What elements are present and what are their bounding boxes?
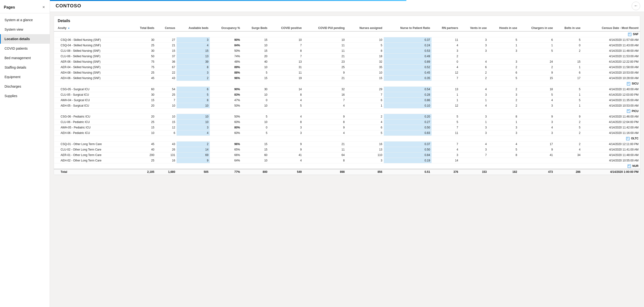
- table-row: CLU-08 - Skilled Nursing (SNF)30151550%1…: [54, 48, 640, 53]
- sidebar-item-location-details[interactable]: Location details: [0, 34, 50, 44]
- cell-covid_positive: 19: [269, 75, 303, 81]
- cell-census_date: 4/14/2020 11:41:00 AM: [582, 147, 640, 152]
- cell-available_beds: 10: [176, 103, 210, 108]
- cell-total_beds: 15: [130, 125, 156, 130]
- cell-belts_in_use: 2: [554, 141, 582, 147]
- sidebar-item-system-at-a-glance[interactable]: System at a glance: [0, 15, 50, 25]
- cell-hoods_in_use: [488, 53, 518, 59]
- sidebar-item-staffing-details[interactable]: Staffing details: [0, 63, 50, 72]
- cell-covid_positive: 8: [269, 48, 303, 53]
- col-header-available_beds[interactable]: Available beds: [176, 25, 210, 31]
- cell-census: 43: [156, 75, 176, 81]
- cell-nurses_assigned: 5: [346, 42, 384, 48]
- cell-occupancy_pct: 89%: [210, 64, 242, 70]
- table-row: CSQ-01 - Other Long Term Care4543296%159…: [54, 141, 640, 147]
- cell-belts_in_use: 15: [554, 59, 582, 64]
- details-table: Acuity ▼Total BedsCensusAvailable bedsOc…: [54, 25, 640, 175]
- group-row-PICU[interactable]: PICU: [54, 108, 640, 114]
- table-row: CSQ-06 - Skilled Nursing (SNF)3027390%15…: [54, 37, 640, 42]
- group-row-SNF[interactable]: SNF: [54, 31, 640, 37]
- cell-hoods_in_use: 2: [488, 97, 518, 103]
- group-collapse-icon[interactable]: [627, 82, 630, 85]
- col-header-rn_partners[interactable]: RN partners: [432, 25, 460, 31]
- sidebar-item-covid-patients[interactable]: COVID patients: [0, 44, 50, 53]
- group-collapse-icon[interactable]: [626, 137, 630, 140]
- cell-covid_pui_pending: 9: [303, 70, 346, 75]
- col-header-vents_in_use[interactable]: Vents in use: [460, 25, 488, 31]
- total-row: Total2,1851,68050577%8005498988560.51376…: [54, 169, 640, 175]
- cell-surge_beds: 5: [242, 114, 269, 119]
- table-row: AEH-06 - Pediatric ICU106460%53450.83113…: [54, 130, 640, 136]
- cell-nurses_assigned: 6: [346, 125, 384, 130]
- col-header-census[interactable]: Census: [156, 25, 176, 31]
- cell-covid_pui_pending: 10: [303, 37, 346, 42]
- cell-total_beds: 25: [130, 119, 156, 125]
- col-header-belts_in_use[interactable]: Belts in use: [554, 25, 582, 31]
- cell-covid_pui_pending: 8: [303, 158, 346, 163]
- table-row: AEH-08 - Skilled Nursing (SNF)2522388%51…: [54, 70, 640, 75]
- total-cell-available_beds: 505: [176, 169, 210, 175]
- group-row-SICU[interactable]: SICU: [54, 81, 640, 86]
- col-header-nurses_assigned[interactable]: Nurses assigned: [346, 25, 384, 31]
- cell-chargers_in_use: 1: [518, 42, 554, 48]
- cell-covid_positive: 5: [269, 103, 303, 108]
- col-header-covid_pui_pending[interactable]: COVID PUI pending: [303, 25, 346, 31]
- cell-acuity: AWH-04 - Surgical ICU: [54, 97, 130, 103]
- cell-nurse_patient_ratio: 0.86: [384, 97, 432, 103]
- main-content: CONTOSO ← Details Acuity ▼Total BedsCens…: [50, 0, 644, 307]
- cell-occupancy_pct: 50%: [210, 48, 242, 53]
- back-button[interactable]: ←: [632, 2, 640, 10]
- group-collapse-icon[interactable]: [627, 109, 630, 113]
- cell-rn_partners: 0: [432, 59, 460, 64]
- cell-rn_partners: 5: [432, 119, 460, 125]
- group-collapse-icon[interactable]: [628, 165, 631, 168]
- sidebar-item-discharges[interactable]: Discharges: [0, 82, 50, 91]
- group-collapse-icon[interactable]: [628, 33, 632, 36]
- table-row: AWH-05 - Pediatric ICU1512380%03960.5073…: [54, 125, 640, 130]
- cell-chargers_in_use: 4: [518, 97, 554, 103]
- col-header-hoods_in_use[interactable]: Hoods in use: [488, 25, 518, 31]
- cell-covid_pui_pending: 4: [303, 130, 346, 136]
- cell-vents_in_use: 3: [460, 125, 488, 130]
- cell-surge_beds: 10: [242, 92, 269, 97]
- cell-vents_in_use: 4: [460, 59, 488, 64]
- cell-hoods_in_use: 3: [488, 48, 518, 53]
- cell-census_date: 4/14/2020 10:53:00 AM: [582, 70, 640, 75]
- cell-acuity: AWH-05 - Pediatric ICU: [54, 125, 130, 130]
- cell-surge_beds: 40: [242, 59, 269, 64]
- col-header-surge_beds[interactable]: Surge Beds: [242, 25, 269, 31]
- total-cell-covid_positive: 549: [269, 169, 303, 175]
- cell-hoods_in_use: 1: [488, 42, 518, 48]
- cell-total_beds: 75: [130, 59, 156, 64]
- cell-covid_pui_pending: 25: [303, 64, 346, 70]
- cell-chargers_in_use: 9: [518, 147, 554, 152]
- cell-covid_positive: 4: [269, 97, 303, 103]
- cell-covid_positive: 13: [269, 59, 303, 64]
- cell-acuity: CSG-05 - Surgical ICU: [54, 86, 130, 92]
- col-header-census_date[interactable]: Census Date - Most Recent: [582, 25, 640, 31]
- cell-total_beds: 10: [130, 130, 156, 136]
- cell-census_date: 4/14/2020 12:04:00 PM: [582, 119, 640, 125]
- cell-total_beds: 30: [130, 37, 156, 42]
- col-header-occupancy_pct[interactable]: Occupancy %: [210, 25, 242, 31]
- sidebar-item-system-view[interactable]: System view: [0, 25, 50, 34]
- group-row-OLTC[interactable]: OLTC: [54, 136, 640, 141]
- sidebar-item-supplies[interactable]: Supplies: [0, 91, 50, 101]
- cell-vents_in_use: 4: [460, 141, 488, 147]
- cell-nurses_assigned: 4: [346, 119, 384, 125]
- sidebar-item-bed-management[interactable]: Bed management: [0, 53, 50, 63]
- sidebar-close-button[interactable]: ×: [41, 4, 46, 10]
- col-header-total_beds[interactable]: Total Beds: [130, 25, 156, 31]
- col-header-nurse_patient_ratio[interactable]: Nurse to Patient Ratio: [384, 25, 432, 31]
- col-header-chargers_in_use[interactable]: Chargers in use: [518, 25, 554, 31]
- sidebar-item-equipment[interactable]: Equipment: [0, 72, 50, 82]
- group-row-NUR[interactable]: NUR: [54, 163, 640, 169]
- cell-occupancy_pct: 83%: [210, 92, 242, 97]
- col-header-acuity[interactable]: Acuity ▼: [54, 25, 130, 31]
- cell-available_beds: 2: [176, 75, 210, 81]
- cell-total_beds: 25: [130, 42, 156, 48]
- col-header-covid_positive[interactable]: COVID positive: [269, 25, 303, 31]
- cell-covid_pui_pending: 32: [303, 86, 346, 92]
- cell-rn_partners: 1: [432, 92, 460, 97]
- cell-chargers_in_use: 5: [518, 92, 554, 97]
